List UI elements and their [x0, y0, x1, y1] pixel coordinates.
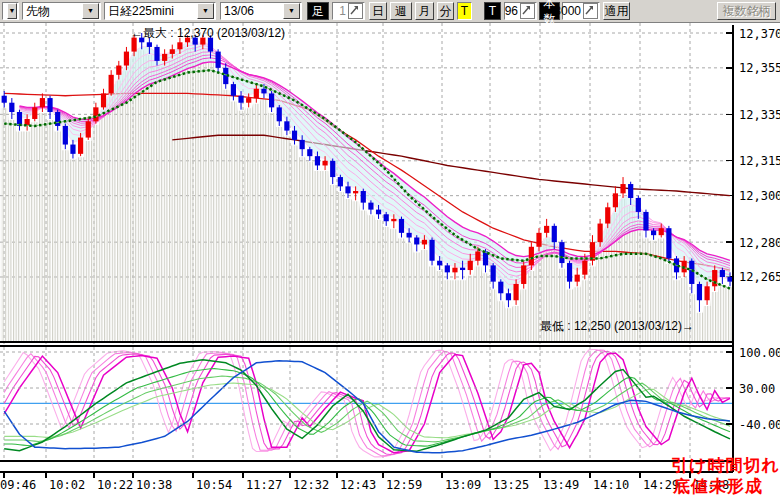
bars-stepper[interactable]: 96 — [504, 2, 537, 20]
combo-symbol[interactable]: 日経225mini ▼ — [104, 2, 216, 20]
dial-arrow-icon[interactable] — [583, 3, 598, 19]
chevron-down-icon[interactable]: ▼ — [82, 3, 99, 19]
combo-contract-month[interactable]: 13/06 ▼ — [220, 2, 302, 20]
time-label: 12:32 — [293, 478, 329, 492]
combo-product[interactable]: 先物 ▼ — [22, 2, 101, 20]
time-label: 10:02 — [49, 478, 85, 492]
time-label: 12:59 — [386, 478, 422, 492]
time-label: 13:49 — [543, 478, 579, 492]
main-panel — [1, 33, 733, 342]
time-label: 10:38 — [136, 478, 172, 492]
ashi-label-button[interactable]: 足 — [307, 2, 329, 20]
price-label: 12,315 — [739, 154, 780, 168]
warning-text-line1: 引け時間切れ — [671, 456, 780, 475]
combo-contract-value: 13/06 — [224, 3, 254, 19]
oscillator-label: 30.00 — [739, 382, 775, 396]
generated-chart-layers: 09:4610:0210:2210:3810:5411:2712:3212:43… — [0, 23, 780, 492]
month-button[interactable]: 月 — [415, 2, 434, 20]
dial-arrow-icon[interactable] — [348, 3, 363, 19]
day-button[interactable]: 日 — [369, 2, 387, 20]
chart-application: ▼ 先物 ▼ 日経225mini ▼ 13/06 ▼ 足 1 日 週 月 分 T… — [0, 0, 780, 500]
total-bars-value: 3000 — [554, 3, 582, 19]
chevron-down-icon[interactable]: ▼ — [197, 3, 214, 19]
price-label: 12,265 — [739, 270, 780, 284]
toolbar: ▼ 先物 ▼ 日経225mini ▼ 13/06 ▼ 足 1 日 週 月 分 T… — [0, 0, 780, 23]
warning-text-line2: 底値未形成 — [672, 477, 763, 496]
combo-symbol-value: 日経225mini — [108, 3, 174, 19]
time-label: 14:10 — [593, 478, 629, 492]
interval-value: 1 — [334, 3, 347, 19]
tick-toggle-button[interactable]: T — [457, 2, 472, 20]
price-label: 12,335 — [739, 108, 780, 122]
combo-empty[interactable]: ▼ — [2, 2, 19, 20]
interval-stepper[interactable]: 1 — [332, 2, 365, 20]
time-label: 10:54 — [196, 478, 232, 492]
time-label: 13:25 — [493, 478, 529, 492]
dial-arrow-icon[interactable] — [520, 3, 535, 19]
time-label: 12:43 — [340, 478, 376, 492]
apply-button[interactable]: 適用 — [603, 2, 630, 20]
oscillator-label: 100.00 — [739, 346, 780, 360]
min-price-annotation: 最低 : 12,250 (2013/03/12)→ — [540, 319, 694, 333]
time-label: 10:22 — [97, 478, 133, 492]
minute-button[interactable]: 分 — [437, 2, 454, 20]
price-label: 12,355 — [739, 61, 780, 75]
max-price-annotation: ←最大 : 12,370 (2013/03/12) — [131, 26, 285, 40]
oscillator-label: -40.00 — [739, 418, 780, 432]
time-label: 09:46 — [0, 478, 36, 492]
rci-mid-line — [4, 369, 730, 447]
oscillator-panel — [0, 349, 733, 456]
bars-value: 96 — [505, 3, 519, 19]
total-bars-stepper[interactable]: 3000 — [562, 2, 600, 20]
time-label: 11:27 — [246, 478, 282, 492]
price-label: 12,370 — [739, 27, 780, 41]
price-chart: 09:4610:0210:2210:3810:5411:2712:3212:43… — [0, 23, 780, 500]
time-label: 13:09 — [445, 478, 481, 492]
chevron-down-icon[interactable]: ▼ — [283, 3, 300, 19]
chevron-down-icon[interactable]: ▼ — [7, 3, 17, 19]
t-black-button[interactable]: T — [484, 2, 501, 20]
week-button[interactable]: 週 — [390, 2, 412, 20]
combo-product-value: 先物 — [26, 3, 50, 19]
price-label: 12,300 — [739, 189, 780, 203]
multi-symbol-button[interactable]: 複数銘柄 — [717, 2, 776, 20]
price-label: 12,280 — [739, 236, 780, 250]
